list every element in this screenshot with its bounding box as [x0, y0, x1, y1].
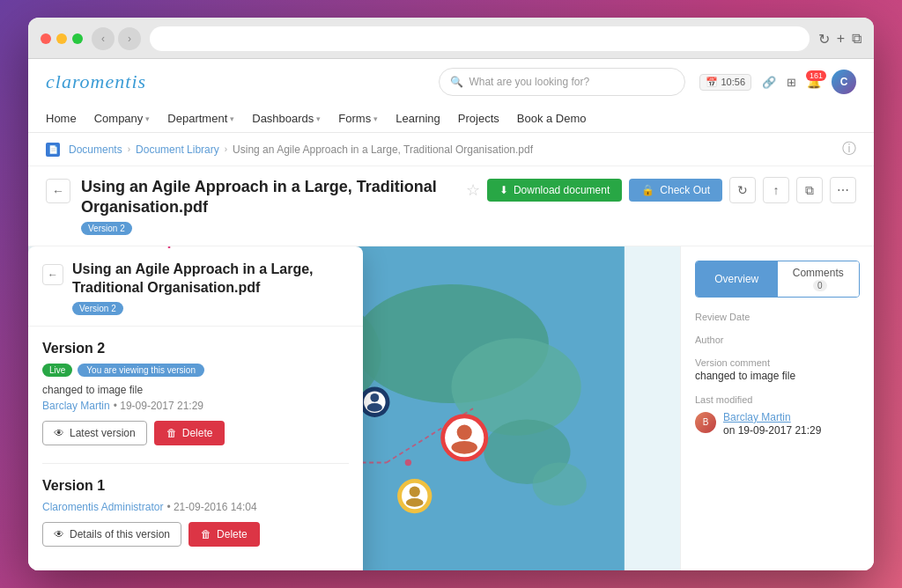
- version-panel-title-section: Using an Agile Approach in a Large, Trad…: [72, 261, 349, 316]
- version-2-section: Version 2 Live You are viewing this vers…: [42, 341, 349, 445]
- info-icon[interactable]: ⓘ: [842, 140, 856, 158]
- version-2-author: Barclay Martin • 19-09-2017 21:29: [42, 400, 349, 412]
- nav-projects[interactable]: Projects: [458, 112, 499, 125]
- latest-version-button[interactable]: 👁 Latest version: [42, 421, 147, 445]
- eye-icon-v1: 👁: [54, 528, 64, 540]
- version-1-author: Claromentis Administrator • 21-09-2016 1…: [42, 501, 349, 513]
- more-button[interactable]: ⋯: [830, 177, 856, 203]
- details-version-button[interactable]: 👁 Details of this version: [42, 522, 181, 547]
- download-icon: ⬇: [499, 184, 508, 196]
- minimize-traffic-light[interactable]: [56, 33, 67, 44]
- svg-point-19: [457, 424, 472, 439]
- link-icon[interactable]: 🔗: [762, 76, 776, 89]
- version-1-section: Version 1 Claromentis Administrator • 21…: [42, 478, 349, 547]
- breadcrumb-documents[interactable]: Documents: [69, 143, 122, 156]
- refresh-browser-icon[interactable]: ↻: [818, 31, 830, 48]
- svg-point-23: [406, 498, 424, 507]
- star-button[interactable]: ☆: [466, 180, 480, 200]
- grid-icon[interactable]: ⊞: [787, 76, 796, 89]
- version-panel-body: Version 2 Live You are viewing this vers…: [28, 327, 363, 570]
- download-button[interactable]: ⬇ Download document: [487, 179, 622, 202]
- share-button[interactable]: ↑: [763, 177, 789, 203]
- tab-overview-label: Overview: [714, 273, 758, 285]
- tab-comments[interactable]: Comments 0: [778, 261, 860, 297]
- last-modified-user: B Barclay Martin on 19-09-2017 21:29: [695, 408, 860, 437]
- user-avatar[interactable]: C: [832, 70, 856, 94]
- version-1-author-link[interactable]: Claromentis Administrator: [42, 501, 163, 513]
- checkout-icon: 🔒: [641, 184, 654, 196]
- nav-book-demo[interactable]: Book a Demo: [517, 112, 587, 125]
- doc-header: ← Using an Agile Approach in a Large, Tr…: [28, 166, 874, 246]
- version-1-delete-button[interactable]: 🗑 Delete: [189, 522, 260, 547]
- page-content: claromentis 🔍 What are you looking for? …: [28, 59, 874, 570]
- version-2-heading: Version 2: [42, 341, 349, 356]
- traffic-lights: [41, 33, 83, 44]
- search-bar[interactable]: 🔍 What are you looking for?: [439, 68, 685, 96]
- breadcrumb-library[interactable]: Document Library: [136, 143, 219, 156]
- svg-point-20: [451, 441, 477, 454]
- svg-point-16: [370, 393, 379, 402]
- version-1-heading: Version 1: [42, 478, 349, 494]
- version-panel-header: ← Using an Agile Approach in a Large, Tr…: [28, 246, 363, 327]
- eye-icon: 👁: [54, 427, 64, 439]
- nav-menu: Home Company ▾ Department ▾ Dashboards ▾…: [46, 105, 856, 132]
- version-divider: [42, 463, 349, 464]
- latest-version-label: Latest version: [70, 427, 136, 439]
- details-version-label: Details of this version: [70, 528, 170, 540]
- svg-point-6: [533, 462, 587, 505]
- last-modified-label: Last modified: [695, 394, 860, 405]
- last-modified-author-link[interactable]: Barclay Martin: [723, 411, 791, 423]
- nav-learning[interactable]: Learning: [396, 112, 440, 125]
- logo: claromentis: [46, 70, 146, 93]
- version-2-badges: Live You are viewing this version: [42, 364, 349, 377]
- back-browser-button[interactable]: ‹: [92, 27, 115, 50]
- maximize-traffic-light[interactable]: [72, 33, 83, 44]
- author-label: Author: [695, 334, 860, 345]
- comments-count: 0: [813, 280, 827, 291]
- close-traffic-light[interactable]: [41, 33, 51, 44]
- nav-dashboards[interactable]: Dashboards ▾: [252, 112, 321, 125]
- checkout-button[interactable]: 🔒 Check Out: [629, 179, 722, 202]
- breadcrumb: 📄 Documents › Document Library › Using a…: [46, 143, 533, 157]
- copy-button[interactable]: ⧉: [796, 177, 823, 203]
- refresh-doc-button[interactable]: ↻: [729, 177, 756, 203]
- add-tab-icon[interactable]: +: [837, 31, 845, 47]
- browser-window: ‹ › ↻ + ⧉ claromentis 🔍 What are you loo…: [28, 18, 874, 570]
- nav-department[interactable]: Department ▾: [167, 112, 234, 125]
- doc-actions: ☆ ⬇ Download document 🔒 Check Out ↻ ↑ ⧉ …: [466, 177, 856, 203]
- navbar-top: claromentis 🔍 What are you looking for? …: [46, 59, 856, 105]
- version-1-actions: 👁 Details of this version 🗑 Delete: [42, 522, 349, 547]
- notification-count: 161: [806, 70, 826, 81]
- doc-back-button[interactable]: ←: [46, 179, 70, 203]
- nav-company[interactable]: Company ▾: [94, 112, 151, 125]
- download-label: Download document: [514, 184, 610, 196]
- breadcrumb-bar: 📄 Documents › Document Library › Using a…: [28, 133, 874, 166]
- doc-version-badge: Version 2: [81, 222, 132, 235]
- live-badge: Live: [42, 364, 72, 377]
- forward-browser-button[interactable]: ›: [118, 27, 141, 50]
- trash-icon-v1: 🗑: [201, 528, 211, 540]
- version-2-author-link[interactable]: Barclay Martin: [42, 400, 110, 412]
- address-bar[interactable]: [150, 26, 810, 51]
- tab-overview[interactable]: Overview: [696, 261, 778, 297]
- doc-title: Using an Agile Approach in a Large, Trad…: [81, 177, 455, 218]
- review-date-label: Review Date: [695, 312, 860, 322]
- version-panel-back-button[interactable]: ←: [42, 264, 63, 285]
- v1-delete-label: Delete: [217, 528, 248, 540]
- v2-delete-label: Delete: [182, 427, 213, 439]
- browser-actions: ↻ + ⧉: [818, 31, 861, 48]
- window-icon[interactable]: ⧉: [852, 31, 861, 47]
- version-2-date: • 19-09-2017 21:29: [114, 400, 203, 412]
- svg-point-22: [410, 486, 420, 496]
- version-panel-badge: Version 2: [72, 302, 123, 315]
- notification-bell[interactable]: 🔔 161: [807, 76, 821, 89]
- nav-forms[interactable]: Forms ▾: [338, 112, 378, 125]
- last-modified-row: Last modified B Barclay Martin on 19-09-…: [695, 394, 860, 437]
- tab-comments-label: Comments: [793, 267, 844, 279]
- calendar-icon: 📅: [706, 77, 718, 87]
- version-1-date: • 21-09-2016 14:04: [166, 501, 256, 513]
- tab-group: Overview Comments 0: [695, 261, 860, 298]
- nav-home[interactable]: Home: [46, 112, 77, 125]
- version-2-actions: 👁 Latest version 🗑 Delete: [42, 421, 349, 445]
- version-2-delete-button[interactable]: 🗑 Delete: [154, 421, 226, 445]
